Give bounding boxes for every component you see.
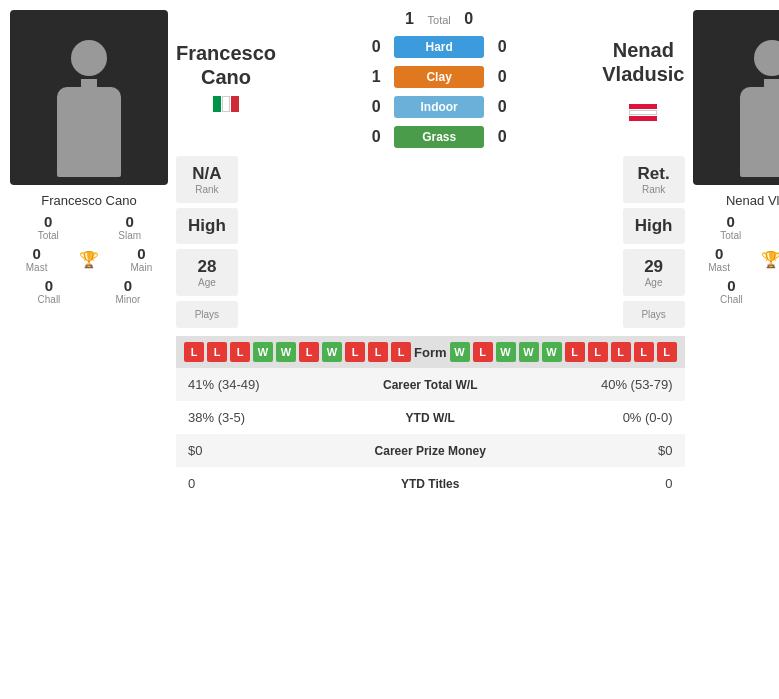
left-name-display: FrancescoCano (176, 41, 276, 89)
right-ytd-titles: 0 (536, 467, 685, 500)
right-prize: $0 (536, 434, 685, 467)
right-form-1: W (450, 342, 470, 362)
right-plays-panel: Plays (623, 301, 685, 328)
left-player-section: Francesco Cano 0 Total 0 Slam 0 Mast (10, 10, 168, 500)
right-player-name: Nenad Vladusic (726, 193, 779, 208)
left-chall-minor-row: 0 Chall 0 Minor (10, 277, 168, 305)
right-slam-cell: 0 Slam (774, 213, 779, 241)
right-slam-val: 0 (774, 213, 779, 230)
right-total-cell: 0 Total (693, 213, 770, 241)
left-level-panel: High (176, 208, 238, 244)
left-grass-score: 0 (366, 128, 386, 146)
right-form-6: L (565, 342, 585, 362)
left-hard-score: 0 (366, 38, 386, 56)
main-layout: Francesco Cano 0 Total 0 Slam 0 Mast (0, 0, 779, 510)
left-mast-val: 0 (26, 245, 48, 262)
right-form-4: W (519, 342, 539, 362)
indoor-badge: Indoor (394, 96, 484, 118)
clay-badge: Clay (394, 66, 484, 88)
left-rank-lbl: Rank (188, 184, 226, 195)
left-chall-cell: 0 Chall (38, 277, 61, 305)
left-plays-lbl: Plays (188, 309, 226, 320)
left-age-panel: 28 Age (176, 249, 238, 296)
left-form-10: L (391, 342, 411, 362)
left-total-score: 1 (400, 10, 420, 28)
grass-row: 0 Grass 0 (281, 126, 597, 148)
right-stats-area: 0 Total 0 Slam 0 Mast 🏆 0 (693, 213, 780, 305)
right-body (740, 87, 780, 177)
right-mast-cell: 0 Mast (708, 245, 730, 273)
left-form-8: L (345, 342, 365, 362)
right-form-badges: W L W W W L L L L L (450, 342, 677, 362)
clay-badge-wrap: Clay (394, 66, 484, 88)
right-form-8: L (611, 342, 631, 362)
left-main-lbl: Main (131, 262, 153, 273)
left-minor-lbl: Minor (115, 294, 140, 305)
right-neck (764, 79, 780, 87)
left-main-cell: 0 Main (131, 245, 153, 273)
left-form-1: L (184, 342, 204, 362)
total-score-row: 1 Total 0 (281, 10, 597, 28)
right-form-2: L (473, 342, 493, 362)
names-header-row: FrancescoCano 1 (176, 10, 685, 148)
left-slam-lbl: Slam (92, 230, 169, 241)
left-chall-val: 0 (38, 277, 61, 294)
left-trophy-icon: 🏆 (79, 250, 99, 269)
left-rank-val: N/A (188, 164, 226, 184)
right-player-section: Nenad Vladusic 0 Total 0 Slam 0 Mast (693, 10, 780, 500)
left-minor-val: 0 (115, 277, 140, 294)
left-total-val: 0 (10, 213, 87, 230)
right-name-display: NenadVladusic (602, 38, 684, 86)
right-form-7: L (588, 342, 608, 362)
right-chall-val: 0 (720, 277, 743, 294)
right-stats-grid: 0 Total 0 Slam (693, 213, 780, 241)
right-flag (629, 89, 657, 121)
grass-badge-wrap: Grass (394, 126, 484, 148)
left-ytd-titles: 0 (176, 467, 325, 500)
left-mast-cell: 0 Mast (26, 245, 48, 273)
left-player-name: Francesco Cano (41, 193, 136, 208)
total-score-label: Total (428, 14, 451, 26)
right-silhouette (722, 30, 780, 185)
left-player-photo (10, 10, 168, 185)
left-age-lbl: Age (188, 277, 226, 288)
left-slam-cell: 0 Slam (92, 213, 169, 241)
left-silhouette (39, 30, 139, 185)
left-stats-grid: 0 Total 0 Slam (10, 213, 168, 241)
right-rank-panel: Ret. Rank (623, 156, 685, 203)
right-form-3: W (496, 342, 516, 362)
right-info-panels: Ret. Rank High 29 Age Plays (623, 156, 685, 328)
left-main-val: 0 (131, 245, 153, 262)
left-career-wl: 41% (34-49) (176, 368, 325, 401)
left-indoor-score: 0 (366, 98, 386, 116)
right-hard-score: 0 (492, 38, 512, 56)
right-total-lbl: Total (693, 230, 770, 241)
left-form-3: L (230, 342, 250, 362)
right-chall-cell: 0 Chall (720, 277, 743, 305)
form-label: Form (414, 345, 447, 360)
right-name-block: NenadVladusic (602, 38, 684, 121)
left-plays-panel: Plays (176, 301, 238, 328)
left-rank-panel: N/A Rank (176, 156, 238, 203)
hard-badge: Hard (394, 36, 484, 58)
total-label: Total (428, 12, 451, 27)
center-info-row: N/A Rank High 28 Age Plays (176, 156, 685, 328)
right-age-val: 29 (635, 257, 673, 277)
right-mast-lbl: Mast (708, 262, 730, 273)
right-form-5: W (542, 342, 562, 362)
right-slam-lbl: Slam (774, 230, 779, 241)
right-player-photo (693, 10, 780, 185)
right-rank-lbl: Rank (635, 184, 673, 195)
grass-badge: Grass (394, 126, 484, 148)
left-head (71, 40, 107, 76)
career-wl-label: Career Total W/L (325, 368, 536, 401)
left-neck (81, 79, 97, 87)
right-form-10: L (657, 342, 677, 362)
left-info-panels: N/A Rank High 28 Age Plays (176, 156, 238, 328)
page: Francesco Cano 0 Total 0 Slam 0 Mast (0, 0, 779, 510)
ytd-titles-row: 0 YTD Titles 0 (176, 467, 685, 500)
left-mast-lbl: Mast (26, 262, 48, 273)
left-body (57, 87, 121, 177)
prize-label: Career Prize Money (325, 434, 536, 467)
left-name-block: FrancescoCano (176, 41, 276, 118)
